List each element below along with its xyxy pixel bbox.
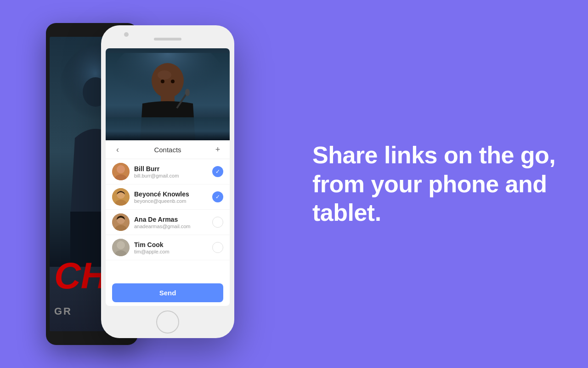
home-button[interactable]: [156, 310, 179, 334]
svg-point-11: [171, 80, 175, 83]
phone-top-bar: [101, 25, 234, 48]
back-button[interactable]: ‹: [113, 145, 122, 154]
contact-item-tim-cook[interactable]: Tim Cook tim@apple.com: [106, 235, 230, 260]
contact-info-beyonce-knowles: Beyoncé Knowles beyonce@queenb.com: [134, 190, 212, 204]
contact-email-beyonce-knowles: beyonce@queenb.com: [134, 198, 212, 204]
contact-email-tim-cook: tim@apple.com: [134, 249, 212, 254]
phone-camera: [124, 32, 129, 37]
svg-point-10: [161, 80, 164, 83]
contact-check-beyonce-knowles[interactable]: ✓: [212, 191, 223, 202]
left-section: CH GR NETFLIX: [0, 0, 294, 368]
contact-info-bill-burr: Bill Burr bill.burr@gmail.com: [134, 165, 212, 178]
add-contact-button[interactable]: +: [213, 145, 222, 154]
svg-point-6: [152, 63, 184, 98]
phone-bottom: [156, 306, 179, 338]
contact-email-bill-burr: bill.burr@gmail.com: [134, 173, 212, 178]
avatar-ana-de-armas: [112, 213, 130, 231]
avatar-tim-cook: [112, 239, 130, 256]
svg-point-14: [117, 165, 125, 173]
tablet-text-gr: GR: [54, 305, 72, 317]
contact-item-ana-de-armas[interactable]: Ana De Armas anadearmas@gmail.com: [106, 210, 230, 235]
contact-name-beyonce-knowles: Beyoncé Knowles: [134, 190, 212, 198]
svg-point-23: [117, 241, 125, 249]
contact-name-bill-burr: Bill Burr: [134, 165, 212, 173]
contact-check-ana-de-armas[interactable]: [212, 217, 223, 228]
send-button[interactable]: Send: [112, 283, 223, 302]
contact-check-tim-cook[interactable]: [212, 242, 223, 253]
tablet-text-ch: CH: [54, 258, 107, 294]
svg-rect-12: [106, 117, 230, 140]
contacts-header: ‹ Contacts +: [106, 140, 230, 159]
contact-name-ana-de-armas: Ana De Armas: [134, 215, 212, 224]
hero-text: Share links on the go, from your phone a…: [312, 141, 560, 227]
comedian-image: [106, 53, 230, 140]
contact-email-ana-de-armas: anadearmas@gmail.com: [134, 224, 212, 229]
contact-item-beyonce-knowles[interactable]: Beyoncé Knowles beyonce@queenb.com ✓: [106, 184, 230, 210]
right-section: Share links on the go, from your phone a…: [294, 141, 588, 227]
svg-point-7: [158, 70, 171, 80]
contact-info-tim-cook: Tim Cook tim@apple.com: [134, 241, 212, 254]
svg-point-9: [185, 89, 190, 96]
contacts-title: Contacts: [122, 146, 213, 154]
phone-screen: NETFLIX: [106, 48, 230, 306]
netflix-content-area: NETFLIX: [106, 48, 230, 140]
phone-device: NETFLIX: [101, 25, 234, 338]
contact-name-tim-cook: Tim Cook: [134, 241, 212, 249]
contacts-list: Bill Burr bill.burr@gmail.com ✓: [106, 159, 230, 280]
avatar-beyonce-knowles: [112, 188, 130, 206]
phone-speaker: [154, 38, 181, 40]
avatar-bill-burr: [112, 163, 130, 180]
contact-check-bill-burr[interactable]: ✓: [212, 166, 223, 177]
contact-item-bill-burr[interactable]: Bill Burr bill.burr@gmail.com ✓: [106, 159, 230, 184]
contact-info-ana-de-armas: Ana De Armas anadearmas@gmail.com: [134, 215, 212, 229]
